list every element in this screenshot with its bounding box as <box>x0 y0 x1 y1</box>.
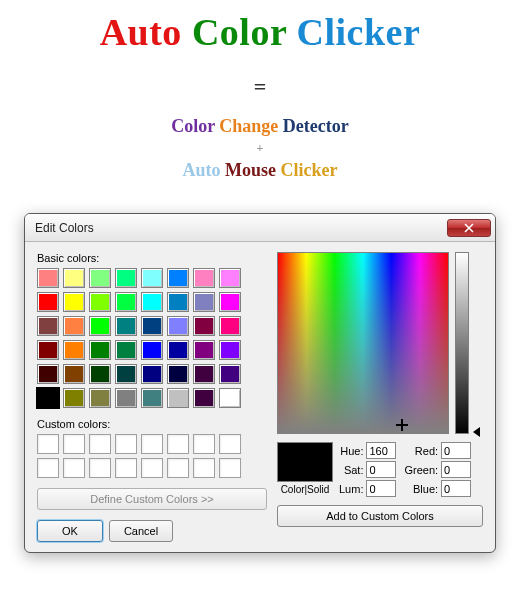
basic-color-swatch[interactable] <box>167 340 189 360</box>
hue-input[interactable] <box>366 442 396 459</box>
basic-color-swatch[interactable] <box>115 268 137 288</box>
luminance-slider[interactable] <box>455 252 469 434</box>
hue-label: Hue: <box>340 445 363 457</box>
basic-color-swatch[interactable] <box>115 340 137 360</box>
custom-colors-label: Custom colors: <box>37 418 267 430</box>
basic-color-swatch[interactable] <box>219 268 241 288</box>
basic-color-swatch[interactable] <box>193 340 215 360</box>
custom-color-swatch[interactable] <box>89 434 111 454</box>
basic-color-swatch[interactable] <box>37 340 59 360</box>
basic-color-swatch[interactable] <box>63 292 85 312</box>
basic-color-swatch[interactable] <box>89 292 111 312</box>
basic-color-swatch[interactable] <box>63 388 85 408</box>
basic-color-swatch[interactable] <box>219 316 241 336</box>
basic-color-swatch[interactable] <box>37 364 59 384</box>
custom-color-swatch[interactable] <box>115 434 137 454</box>
basic-color-swatch[interactable] <box>141 340 163 360</box>
color-preview <box>277 442 333 482</box>
basic-color-swatch[interactable] <box>193 316 215 336</box>
basic-color-swatch[interactable] <box>63 340 85 360</box>
basic-color-swatch[interactable] <box>219 388 241 408</box>
custom-color-swatch[interactable] <box>193 434 215 454</box>
dialog-title: Edit Colors <box>35 221 447 235</box>
add-to-custom-colors-button[interactable]: Add to Custom Colors <box>277 505 483 527</box>
basic-color-swatch[interactable] <box>63 316 85 336</box>
main-title: Auto Color Clicker <box>0 10 520 54</box>
basic-color-swatch[interactable] <box>63 364 85 384</box>
custom-color-swatch[interactable] <box>219 458 241 478</box>
luminance-arrow-icon <box>475 252 483 434</box>
custom-color-swatch[interactable] <box>37 434 59 454</box>
basic-color-swatch[interactable] <box>167 292 189 312</box>
basic-color-swatch[interactable] <box>167 388 189 408</box>
custom-color-swatch[interactable] <box>89 458 111 478</box>
cancel-button[interactable]: Cancel <box>109 520 173 542</box>
sat-input[interactable] <box>366 461 396 478</box>
crosshair-icon <box>396 419 408 431</box>
green-label: Green: <box>404 464 438 476</box>
custom-color-swatch[interactable] <box>63 458 85 478</box>
close-icon <box>464 223 474 233</box>
basic-color-swatch[interactable] <box>167 316 189 336</box>
title-word-2: Color <box>192 11 287 53</box>
define-custom-colors-button[interactable]: Define Custom Colors >> <box>37 488 267 510</box>
custom-color-swatch[interactable] <box>115 458 137 478</box>
custom-color-swatch[interactable] <box>167 434 189 454</box>
basic-color-swatch[interactable] <box>63 268 85 288</box>
custom-color-swatch[interactable] <box>193 458 215 478</box>
custom-color-swatch[interactable] <box>219 434 241 454</box>
basic-color-swatch[interactable] <box>141 268 163 288</box>
sub1-word-2: Change <box>219 116 278 136</box>
basic-color-swatch[interactable] <box>141 292 163 312</box>
red-label: Red: <box>415 445 438 457</box>
basic-color-swatch[interactable] <box>141 364 163 384</box>
sub2-word-1: Auto <box>183 160 221 180</box>
basic-color-swatch[interactable] <box>89 388 111 408</box>
basic-color-swatch[interactable] <box>219 364 241 384</box>
basic-color-swatch[interactable] <box>193 268 215 288</box>
basic-color-swatch[interactable] <box>141 316 163 336</box>
basic-color-swatch[interactable] <box>115 316 137 336</box>
green-input[interactable] <box>441 461 471 478</box>
basic-color-swatch[interactable] <box>37 292 59 312</box>
basic-color-swatch[interactable] <box>193 364 215 384</box>
sub1-word-3: Detector <box>283 116 349 136</box>
red-input[interactable] <box>441 442 471 459</box>
basic-color-swatch[interactable] <box>89 364 111 384</box>
basic-color-swatch[interactable] <box>141 388 163 408</box>
basic-color-swatch[interactable] <box>89 316 111 336</box>
basic-color-swatch[interactable] <box>37 268 59 288</box>
blue-label: Blue: <box>413 483 438 495</box>
sat-label: Sat: <box>344 464 364 476</box>
basic-colors-label: Basic colors: <box>37 252 267 264</box>
basic-color-swatch[interactable] <box>89 340 111 360</box>
basic-color-swatch[interactable] <box>89 268 111 288</box>
basic-color-swatch[interactable] <box>37 316 59 336</box>
lum-input[interactable] <box>366 480 396 497</box>
basic-color-swatch[interactable] <box>193 292 215 312</box>
subtitle-2: Auto Mouse Clicker <box>0 160 520 181</box>
custom-color-swatch[interactable] <box>37 458 59 478</box>
basic-color-swatch[interactable] <box>37 388 59 408</box>
hue-sat-picker[interactable] <box>277 252 449 434</box>
sub2-word-2: Mouse <box>225 160 276 180</box>
basic-color-swatch[interactable] <box>219 340 241 360</box>
basic-color-swatch[interactable] <box>167 268 189 288</box>
basic-color-swatch[interactable] <box>115 364 137 384</box>
custom-colors-grid <box>37 434 267 478</box>
blue-input[interactable] <box>441 480 471 497</box>
basic-color-swatch[interactable] <box>115 388 137 408</box>
basic-color-swatch[interactable] <box>115 292 137 312</box>
sub1-word-1: Color <box>171 116 215 136</box>
custom-color-swatch[interactable] <box>141 434 163 454</box>
close-button[interactable] <box>447 219 491 237</box>
lum-label: Lum: <box>339 483 363 495</box>
custom-color-swatch[interactable] <box>167 458 189 478</box>
basic-color-swatch[interactable] <box>167 364 189 384</box>
custom-color-swatch[interactable] <box>63 434 85 454</box>
titlebar[interactable]: Edit Colors <box>25 214 495 242</box>
basic-color-swatch[interactable] <box>193 388 215 408</box>
custom-color-swatch[interactable] <box>141 458 163 478</box>
ok-button[interactable]: OK <box>37 520 103 542</box>
basic-color-swatch[interactable] <box>219 292 241 312</box>
